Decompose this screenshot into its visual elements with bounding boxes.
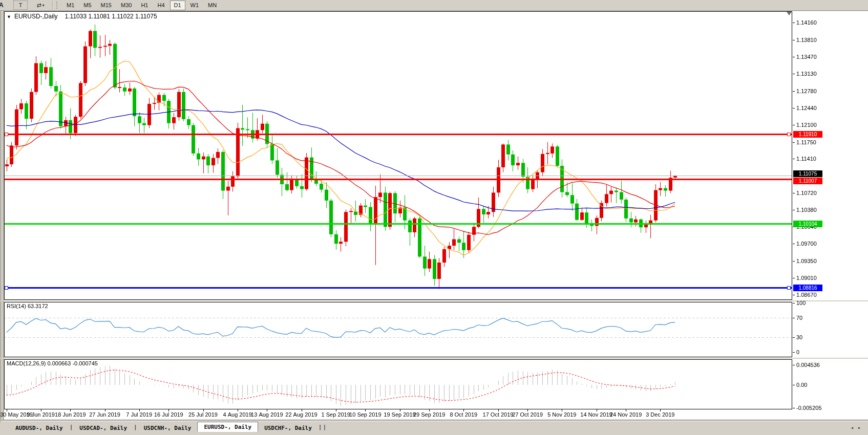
tab-separator: | [69, 424, 74, 430]
toolbar: A T ⇄ ▾ M1M5M15M30H1H4D1W1MN [0, 0, 868, 11]
tab-usdchf-daily[interactable]: USDCHF-, Daily [258, 423, 318, 432]
tab-eurusd-daily[interactable]: EURUSD-, Daily [197, 422, 258, 432]
chart-symbol-label: EURUSD-,Daily [14, 13, 58, 20]
timeframe-button-m30[interactable]: M30 [117, 1, 136, 10]
timeframe-button-m5[interactable]: M5 [79, 1, 95, 10]
letter-a-icon: A [0, 2, 6, 9]
chart-ohlc-values: 1.11033 1.11081 1.11022 1.11075 [65, 13, 157, 20]
chart-dropdown-icon[interactable]: ▼ [7, 14, 11, 19]
chart-title: ▼EURUSD-,Daily1.11033 1.11081 1.11022 1.… [7, 13, 157, 20]
rsi-label: RSI(14) 63.3172 [7, 303, 48, 309]
price-badge-1-08816: 1.08816 [793, 285, 822, 291]
tab-usdcnh-daily[interactable]: USDCNH-, Daily [138, 423, 198, 432]
timeframe-button-m15[interactable]: M15 [97, 1, 116, 10]
timeframe-button-m1[interactable]: M1 [62, 1, 78, 10]
text-tool-button[interactable]: T [13, 1, 28, 10]
toolbar-separator [53, 1, 54, 9]
price-badge-1-11007: 1.11007 [793, 178, 822, 184]
tab-scroll-arrows[interactable]: ◂▸ [851, 425, 865, 430]
cursor-mode-button[interactable]: ⇄ ▾ [34, 1, 47, 9]
price-badge-1-11075: 1.11075 [793, 170, 822, 177]
tab-separator: | [322, 424, 327, 430]
timeframe-button-w1[interactable]: W1 [186, 1, 203, 10]
price-badge-1-11910: 1.11910 [793, 131, 822, 138]
price-badge-1-10104: 1.10104 [793, 221, 822, 227]
status-bar [0, 432, 868, 435]
tab-separator: | [318, 424, 323, 430]
timeframe-button-mn[interactable]: MN [204, 1, 221, 10]
tab-usdcad-daily[interactable]: USDCAD-, Daily [73, 423, 133, 432]
tab-list: AUDUSD-, Daily|USDCAD-, Daily|USDCNH-, D… [9, 422, 327, 432]
tab-scroll-right-icon[interactable]: ▸ [858, 425, 865, 430]
tab-separator: | [133, 424, 138, 430]
macd-label: MACD(12,26,9) 0.000663 -0.000745 [7, 360, 98, 366]
tabbar-corner [0, 423, 9, 432]
cursor-arrows-icon: ⇄ [36, 2, 41, 9]
timeframe-button-h4[interactable]: H4 [153, 1, 168, 10]
tab-audusd-daily[interactable]: AUDUSD-, Daily [9, 423, 69, 432]
timeframe-button-d1[interactable]: D1 [170, 1, 185, 10]
timeframe-button-h1[interactable]: H1 [137, 1, 152, 10]
chevron-down-icon: ▾ [43, 3, 45, 8]
tab-scroll-left-icon[interactable]: ◂ [851, 425, 858, 430]
symbol-tabbar: AUDUSD-, Daily|USDCAD-, Daily|USDCNH-, D… [0, 422, 868, 432]
timeframe-button-group: M1M5M15M30H1H4D1W1MN [62, 1, 221, 10]
toolbar-grip [56, 2, 59, 9]
trading-app-window: A T ⇄ ▾ M1M5M15M30H1H4D1W1MN ▼EURUSD-,Da… [0, 0, 868, 435]
chart-canvas[interactable] [0, 0, 868, 435]
